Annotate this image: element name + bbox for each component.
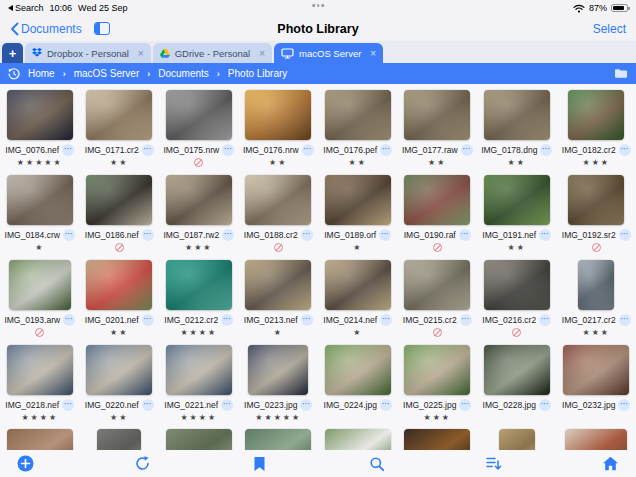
photo-thumbnail[interactable] [578, 260, 614, 310]
photo-thumbnail[interactable] [325, 260, 391, 310]
photo-thumbnail[interactable] [86, 175, 152, 225]
photo-thumbnail[interactable] [7, 175, 73, 225]
more-options-button[interactable]: ··· [222, 229, 234, 241]
more-options-button[interactable]: ··· [459, 399, 471, 411]
more-options-button[interactable]: ··· [619, 229, 631, 241]
more-options-button[interactable]: ··· [461, 144, 473, 156]
more-options-button[interactable]: ··· [539, 229, 551, 241]
more-options-button[interactable]: ··· [619, 314, 631, 326]
photo-thumbnail[interactable] [565, 429, 627, 450]
more-options-button[interactable]: ··· [62, 399, 74, 411]
photo-thumbnail[interactable] [245, 429, 311, 450]
more-options-button[interactable]: ··· [302, 144, 314, 156]
photo-thumbnail[interactable] [248, 345, 308, 395]
bookmark-button[interactable] [248, 453, 270, 475]
photo-thumbnail[interactable] [245, 90, 311, 140]
more-options-button[interactable]: ··· [379, 229, 391, 241]
photo-thumbnail[interactable] [404, 260, 470, 310]
back-to-app[interactable]: Search [8, 3, 44, 13]
photo-thumbnail[interactable] [325, 345, 391, 395]
rejected-icon [194, 158, 203, 167]
photo-thumbnail[interactable] [166, 429, 232, 450]
photo-thumbnail[interactable] [86, 345, 152, 395]
photo-thumbnail[interactable] [245, 175, 311, 225]
photo-thumbnail[interactable] [325, 90, 391, 140]
more-options-button[interactable]: ··· [221, 399, 233, 411]
photo-thumbnail[interactable] [568, 175, 624, 225]
more-options-button[interactable]: ··· [63, 314, 75, 326]
more-options-button[interactable]: ··· [380, 314, 392, 326]
photo-thumbnail[interactable] [325, 429, 391, 450]
more-options-button[interactable]: ··· [301, 314, 313, 326]
more-options-button[interactable]: ··· [618, 399, 630, 411]
more-options-button[interactable]: ··· [539, 399, 551, 411]
multitask-indicator-icon[interactable] [312, 4, 324, 7]
photo-thumbnail[interactable] [404, 175, 470, 225]
more-options-button[interactable]: ··· [222, 144, 234, 156]
sidebar-toggle-icon[interactable] [94, 22, 110, 35]
photo-thumbnail[interactable] [499, 429, 535, 450]
close-tab-icon[interactable]: × [370, 48, 376, 59]
more-options-button[interactable]: ··· [142, 314, 154, 326]
more-options-button[interactable]: ··· [142, 229, 154, 241]
photo-thumbnail[interactable] [484, 345, 550, 395]
tab-macos-server[interactable]: macOS Server× [274, 43, 383, 63]
more-options-button[interactable]: ··· [459, 229, 471, 241]
photo-thumbnail[interactable] [568, 90, 624, 140]
more-options-button[interactable]: ··· [142, 144, 154, 156]
photo-thumbnail[interactable] [9, 260, 71, 310]
search-button[interactable] [366, 453, 388, 475]
more-options-button[interactable]: ··· [62, 144, 74, 156]
rating-stars: ★★ [269, 158, 287, 167]
folder-icon[interactable] [614, 68, 628, 79]
photo-thumbnail[interactable] [404, 90, 470, 140]
breadcrumb-item[interactable]: Home [28, 68, 55, 79]
refresh-button[interactable] [131, 453, 153, 475]
close-tab-icon[interactable]: × [138, 48, 144, 59]
close-tab-icon[interactable]: × [259, 48, 265, 59]
more-options-button[interactable]: ··· [63, 229, 75, 241]
tab-dropbox-personal[interactable]: Dropbox - Personal× [25, 43, 151, 63]
photo-thumbnail[interactable] [86, 260, 152, 310]
more-options-button[interactable]: ··· [539, 314, 551, 326]
photo-thumbnail[interactable] [245, 260, 311, 310]
photo-thumbnail[interactable] [166, 345, 232, 395]
photo-thumbnail[interactable] [484, 260, 550, 310]
history-icon[interactable] [8, 68, 20, 80]
photo-thumbnail[interactable] [86, 90, 152, 140]
photo-thumbnail[interactable] [7, 345, 73, 395]
tab-gdrive-personal[interactable]: GDrive - Personal× [153, 43, 272, 63]
select-button[interactable]: Select [593, 22, 626, 36]
photo-thumbnail[interactable] [404, 345, 470, 395]
more-options-button[interactable]: ··· [301, 229, 313, 241]
more-options-button[interactable]: ··· [221, 314, 233, 326]
photo-thumbnail[interactable] [484, 175, 550, 225]
more-options-button[interactable]: ··· [460, 314, 472, 326]
breadcrumb-item[interactable]: Photo Library [228, 68, 287, 79]
photo-thumbnail[interactable] [484, 90, 550, 140]
more-options-button[interactable]: ··· [380, 144, 392, 156]
back-button[interactable]: Documents [10, 22, 82, 36]
photo-thumbnail[interactable] [404, 429, 470, 450]
breadcrumb-item[interactable]: macOS Server [74, 68, 140, 79]
more-options-button[interactable]: ··· [380, 399, 392, 411]
photo-thumbnail[interactable] [166, 260, 232, 310]
photo-thumbnail[interactable] [166, 90, 232, 140]
new-tab-button[interactable]: + [2, 43, 23, 63]
photo-thumbnail[interactable] [7, 429, 73, 450]
photo-thumbnail[interactable] [166, 175, 232, 225]
add-button[interactable] [14, 453, 36, 475]
tasks-button[interactable] [483, 453, 505, 475]
photo-thumbnail[interactable] [563, 345, 629, 395]
home-button[interactable] [600, 453, 622, 475]
photo-thumbnail[interactable] [7, 90, 73, 140]
more-options-button[interactable]: ··· [300, 399, 312, 411]
more-options-button[interactable]: ··· [619, 144, 631, 156]
photo-thumbnail[interactable] [97, 429, 141, 450]
photo-thumbnail[interactable] [325, 175, 391, 225]
more-options-button[interactable]: ··· [540, 144, 552, 156]
photo-cell: IMG_0192.sr2··· [557, 173, 636, 258]
more-options-button[interactable]: ··· [142, 399, 154, 411]
breadcrumb-item[interactable]: Documents [158, 68, 209, 79]
tasks-icon [485, 456, 502, 471]
